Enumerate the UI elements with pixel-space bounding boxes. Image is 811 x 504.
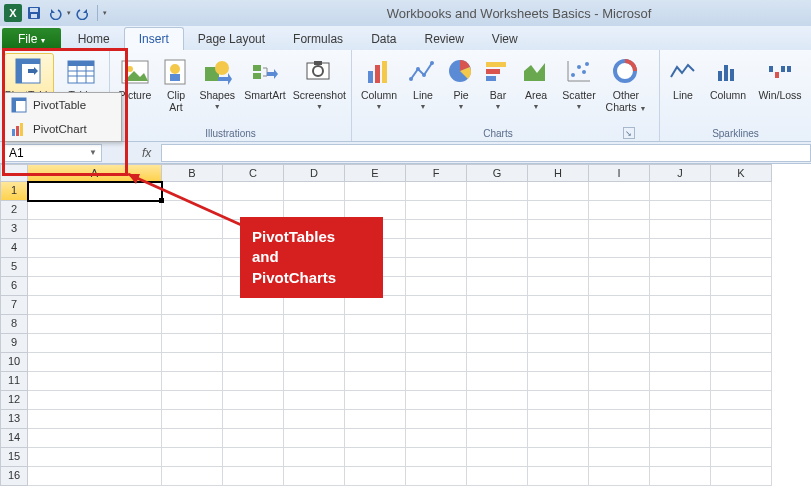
cell[interactable] <box>223 372 284 391</box>
cell[interactable] <box>345 296 406 315</box>
pie-chart-button[interactable]: Pie▼ <box>444 53 478 119</box>
cell[interactable] <box>162 467 223 486</box>
cell[interactable] <box>650 277 711 296</box>
cell[interactable] <box>162 448 223 467</box>
cell[interactable] <box>467 410 528 429</box>
cell[interactable] <box>589 315 650 334</box>
col-header-F[interactable]: F <box>406 164 467 182</box>
cell[interactable] <box>406 258 467 277</box>
cell[interactable] <box>589 258 650 277</box>
cell[interactable] <box>650 448 711 467</box>
cell[interactable] <box>28 277 162 296</box>
cell[interactable] <box>711 391 772 410</box>
cell[interactable] <box>528 277 589 296</box>
cell[interactable] <box>406 239 467 258</box>
cell[interactable] <box>589 353 650 372</box>
cell[interactable] <box>650 372 711 391</box>
cell[interactable] <box>406 372 467 391</box>
row-header[interactable]: 4 <box>0 239 28 258</box>
cell[interactable] <box>284 467 345 486</box>
cell[interactable] <box>467 277 528 296</box>
undo-dropdown-icon[interactable]: ▾ <box>67 9 71 17</box>
cell[interactable] <box>467 353 528 372</box>
cell[interactable] <box>711 334 772 353</box>
cell[interactable] <box>284 448 345 467</box>
cell[interactable] <box>406 277 467 296</box>
row-header[interactable]: 12 <box>0 391 28 410</box>
cell[interactable] <box>406 467 467 486</box>
tab-insert[interactable]: Insert <box>124 27 184 50</box>
cell[interactable] <box>589 334 650 353</box>
row-header[interactable]: 2 <box>0 201 28 220</box>
cell[interactable] <box>345 448 406 467</box>
cell[interactable] <box>467 239 528 258</box>
cell[interactable] <box>467 391 528 410</box>
cell[interactable] <box>650 239 711 258</box>
col-header-D[interactable]: D <box>284 164 345 182</box>
col-header-I[interactable]: I <box>589 164 650 182</box>
cell[interactable] <box>711 353 772 372</box>
cell[interactable] <box>650 334 711 353</box>
cell[interactable] <box>28 315 162 334</box>
cell[interactable] <box>650 410 711 429</box>
cell[interactable] <box>28 372 162 391</box>
cell[interactable] <box>650 429 711 448</box>
cell[interactable] <box>528 239 589 258</box>
cell[interactable] <box>467 315 528 334</box>
cell[interactable] <box>650 201 711 220</box>
cell[interactable] <box>28 258 162 277</box>
cell[interactable] <box>28 239 162 258</box>
row-header[interactable]: 16 <box>0 467 28 486</box>
cell[interactable] <box>345 353 406 372</box>
col-header-K[interactable]: K <box>711 164 772 182</box>
cell[interactable] <box>284 315 345 334</box>
cell[interactable] <box>223 182 284 201</box>
cell[interactable] <box>467 467 528 486</box>
row-header[interactable]: 11 <box>0 372 28 391</box>
col-header-A[interactable]: A <box>28 164 162 182</box>
bar-chart-button[interactable]: Bar▼ <box>481 53 515 119</box>
col-header-J[interactable]: J <box>650 164 711 182</box>
cell[interactable] <box>528 372 589 391</box>
tab-page-layout[interactable]: Page Layout <box>184 28 279 50</box>
cell[interactable] <box>223 315 284 334</box>
name-box-dropdown-icon[interactable]: ▼ <box>89 148 97 157</box>
row-header[interactable]: 7 <box>0 296 28 315</box>
cell[interactable] <box>162 391 223 410</box>
cell[interactable] <box>589 467 650 486</box>
cell[interactable] <box>223 410 284 429</box>
cell[interactable] <box>528 429 589 448</box>
row-header[interactable]: 13 <box>0 410 28 429</box>
cell[interactable] <box>711 239 772 258</box>
other-charts-button[interactable]: OtherCharts ▼ <box>604 53 648 119</box>
cell[interactable] <box>345 467 406 486</box>
dropdown-pivottable[interactable]: PivotTable <box>3 93 121 117</box>
cell[interactable] <box>223 353 284 372</box>
fx-icon[interactable]: fx <box>142 146 151 160</box>
redo-icon[interactable] <box>74 4 92 22</box>
cell[interactable] <box>711 182 772 201</box>
cell[interactable] <box>589 429 650 448</box>
tab-data[interactable]: Data <box>357 28 410 50</box>
cell[interactable] <box>406 315 467 334</box>
cell[interactable] <box>345 410 406 429</box>
cell[interactable] <box>711 448 772 467</box>
sparkline-line-button[interactable]: Line <box>664 53 702 119</box>
cell[interactable] <box>223 296 284 315</box>
cell[interactable] <box>589 372 650 391</box>
row-header[interactable]: 15 <box>0 448 28 467</box>
cell[interactable] <box>467 201 528 220</box>
cell[interactable] <box>711 220 772 239</box>
cell[interactable] <box>589 296 650 315</box>
cell[interactable] <box>711 296 772 315</box>
cell[interactable] <box>406 296 467 315</box>
cell[interactable] <box>528 467 589 486</box>
cell[interactable] <box>223 448 284 467</box>
cell[interactable] <box>711 429 772 448</box>
tab-view[interactable]: View <box>478 28 532 50</box>
cell[interactable] <box>711 277 772 296</box>
cell[interactable] <box>467 448 528 467</box>
cell[interactable] <box>162 353 223 372</box>
charts-dialog-launcher-icon[interactable]: ↘ <box>623 127 635 139</box>
cell[interactable] <box>589 182 650 201</box>
